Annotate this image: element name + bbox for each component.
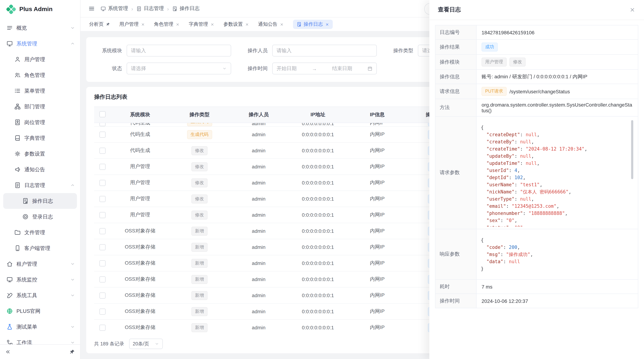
operator-input[interactable]: 请输入 (272, 45, 377, 56)
log-icon (136, 6, 142, 11)
row-checkbox[interactable] (99, 292, 105, 298)
sidebar-item-workflow[interactable]: 工作流 (0, 335, 80, 344)
row-checkbox[interactable] (99, 180, 105, 186)
status-select[interactable]: 请选择 (127, 62, 231, 74)
sidebar-item-operation-log[interactable]: 操作日志 (3, 193, 77, 209)
sidebar-item-label: 登录日志 (32, 213, 53, 220)
tab-close-icon[interactable] (210, 22, 214, 26)
drawer-field-label: 响应参数 (436, 229, 476, 279)
sidebar-item-user-management[interactable]: 用户管理 (0, 51, 80, 67)
sidebar-item-menu-management[interactable]: 菜单管理 (0, 83, 80, 99)
sidebar-item-client-management[interactable]: 客户端管理 (0, 240, 80, 256)
value-text: /system/user/changeStatus (510, 88, 570, 94)
dept-management-icon (14, 103, 21, 110)
table-row: 用户管理修改admin0:0:0:0:0:0:0:1内网IP成功 (94, 207, 465, 223)
row-checkbox[interactable] (99, 147, 105, 154)
sidebar-item-label: 操作日志 (32, 198, 53, 204)
tab-close-icon[interactable] (280, 22, 284, 26)
pin-sidebar-icon[interactable] (70, 349, 75, 355)
sidebar-item-system-tools[interactable]: 系统工具 (0, 288, 80, 303)
operation-type-tag: 新增 (192, 291, 208, 300)
row-checkbox[interactable] (99, 260, 105, 266)
select-all-checkbox[interactable] (99, 111, 105, 117)
filter-label: 操作人员 (240, 47, 268, 54)
drawer-field-value: 7 ms (476, 280, 638, 294)
tab-close-icon[interactable] (176, 22, 180, 26)
sidebar-item-dict-management[interactable]: 字典管理 (0, 130, 80, 146)
tab-dict-management[interactable]: 字典管理 (189, 20, 214, 29)
tab-param-settings[interactable]: 参数设置 (224, 20, 249, 29)
chevron-down-icon (70, 25, 75, 30)
row-checkbox[interactable] (99, 228, 105, 234)
row-checkbox[interactable] (99, 244, 105, 250)
sidebar-item-param-settings[interactable]: 参数设置 (0, 146, 80, 162)
close-icon[interactable] (629, 7, 636, 13)
row-checkbox[interactable] (99, 212, 105, 218)
row-checkbox[interactable] (99, 123, 105, 126)
page-size-select[interactable]: 20条/页 (129, 339, 163, 349)
chevron-up-icon (70, 183, 75, 188)
sidebar-item-system-management[interactable]: 系统管理 (0, 36, 80, 51)
sidebar-item-log-management[interactable]: 日志管理 (0, 177, 80, 193)
chevron-down-icon (70, 340, 75, 344)
sidebar-item-overview[interactable]: 概览 (0, 20, 80, 36)
cell-ip: 0:0:0:0:0:0:0:1 (302, 276, 334, 282)
row-checkbox[interactable] (99, 131, 105, 137)
scrollbar-thumb[interactable] (631, 120, 633, 179)
drawer-field-label: 操作信息 (436, 70, 476, 84)
sidebar-item-login-log[interactable]: 登录日志 (0, 209, 80, 225)
operation-type-tag: 新增 (192, 323, 208, 332)
chevron-down-icon (70, 324, 75, 329)
row-checkbox[interactable] (99, 308, 105, 315)
dict-management-icon (14, 135, 21, 141)
sidebar-item-system-monitor[interactable]: 系统监控 (0, 272, 80, 288)
code-scroll-area[interactable]: { "createDept": null, "createBy": null, … (481, 119, 634, 227)
tab-analysis[interactable]: 分析页 (89, 20, 110, 29)
pin-icon[interactable] (106, 22, 110, 26)
row-checkbox[interactable] (99, 164, 105, 170)
tab-role-management[interactable]: 角色管理 (154, 20, 180, 29)
cell-operator: admin (252, 228, 266, 234)
tab-close-icon[interactable] (245, 22, 249, 26)
table-row: 用户管理修改admin0:0:0:0:0:0:0:1内网IP成功 (94, 175, 465, 191)
filter-label: 状态 (94, 65, 122, 72)
table-row: OSS对象存储新增admin0:0:0:0:0:0:0:1内网IP成功 (94, 271, 465, 287)
input-placeholder: 请输入 (276, 47, 292, 54)
collapse-sidebar-icon[interactable] (5, 349, 11, 355)
sidebar-item-test-menu[interactable]: 测试菜单 (0, 319, 80, 335)
cell-ip-info: 内网IP (370, 212, 384, 218)
cell-ip-info: 内网IP (370, 228, 384, 234)
tab-close-icon[interactable] (141, 22, 145, 26)
tab-notice-announcement[interactable]: 通知公告 (258, 20, 284, 29)
sidebar-item-label: 客户端管理 (24, 245, 50, 252)
tab-close-icon[interactable] (325, 22, 329, 26)
cell-operator: admin (252, 244, 266, 250)
sidebar-item-notice-announcement[interactable]: 通知公告 (0, 162, 80, 177)
breadcrumb-system[interactable]: 系统管理 (100, 5, 128, 12)
sidebar-item-file-management[interactable]: 文件管理 (0, 225, 80, 240)
sidebar-item-plus-website[interactable]: PLUS官网 (0, 303, 80, 319)
tab-operation-log[interactable]: 操作日志 (293, 20, 332, 29)
row-checkbox[interactable] (99, 276, 105, 282)
sidebar-item-tenant-management[interactable]: 租户管理 (0, 256, 80, 272)
row-checkbox[interactable] (99, 325, 105, 331)
plus-website-icon (6, 308, 13, 314)
chevron-down-icon (70, 277, 75, 282)
calendar-icon (368, 66, 372, 71)
sidebar-item-dept-management[interactable]: 部门管理 (0, 99, 80, 114)
cell-module: 用户管理 (130, 212, 150, 218)
tab-label: 操作日志 (304, 21, 323, 27)
sidebar: Plus Admin 概览系统管理用户管理角色管理菜单管理部门管理岗位管理字典管… (0, 0, 80, 359)
cell-module: 用户管理 (130, 179, 150, 186)
hamburger-menu-icon[interactable] (88, 5, 95, 12)
sidebar-item-post-management[interactable]: 岗位管理 (0, 114, 80, 130)
breadcrumb-log[interactable]: 日志管理 (136, 5, 164, 12)
row-checkbox[interactable] (99, 196, 105, 202)
operation-time-daterange[interactable]: 开始日期→结束日期 (272, 62, 377, 74)
tab-user-management[interactable]: 用户管理 (119, 20, 145, 29)
drawer-field-row: 方法org.dromara.system.controller.system.S… (436, 99, 638, 117)
breadcrumb-operlog[interactable]: 操作日志 (172, 5, 200, 12)
logo-icon (6, 5, 16, 14)
sidebar-item-role-management[interactable]: 角色管理 (0, 67, 80, 83)
system-module-input[interactable]: 请输入 (127, 45, 231, 56)
